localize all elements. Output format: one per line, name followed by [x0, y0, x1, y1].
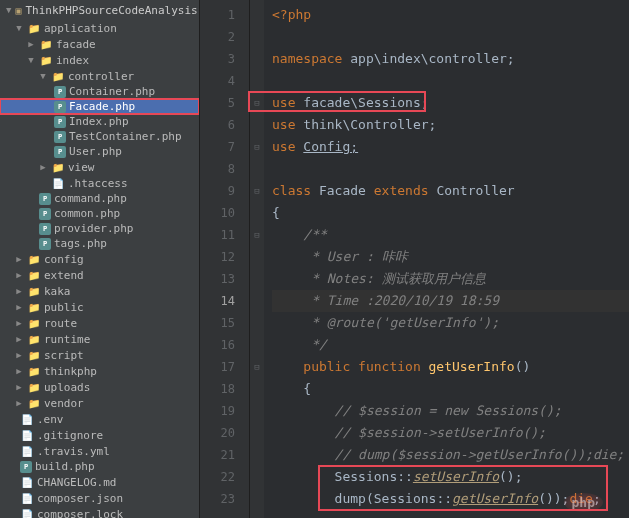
folder-uploads[interactable]: ▶📁uploads — [0, 379, 199, 395]
code-line: // dump($session->getUserInfo());die; — [272, 444, 629, 466]
code-line: // $session = new Sessions(); — [272, 400, 629, 422]
project-icon: ▣ — [15, 3, 21, 17]
code-line: * User : 咔咔 — [272, 246, 629, 268]
file-changelog[interactable]: 📄CHANGELOG.md — [0, 474, 199, 490]
folder-extend[interactable]: ▶📁extend — [0, 267, 199, 283]
code-line: use think\Controller; — [272, 114, 629, 136]
code-area[interactable]: <?php namespace app\index\controller; us… — [264, 0, 629, 518]
code-line: dump(Sessions::getUserInfo());die; — [272, 488, 629, 510]
code-line: namespace app\index\controller; — [272, 48, 629, 70]
file-facade-php[interactable]: PFacade.php — [0, 99, 199, 114]
file-common-php[interactable]: Pcommon.php — [0, 206, 199, 221]
code-line: * Time :2020/10/19 18:59 — [272, 290, 629, 312]
code-line — [272, 70, 629, 92]
code-line: // $session->setUserInfo(); — [272, 422, 629, 444]
code-editor[interactable]: 1234567891011121314151617181920212223 ⊟⊟… — [200, 0, 629, 518]
file-build-php[interactable]: Pbuild.php — [0, 459, 199, 474]
project-name: ThinkPHPSourceCodeAnalysis — [25, 4, 197, 17]
code-line: */ — [272, 334, 629, 356]
file-index-php[interactable]: PIndex.php — [0, 114, 199, 129]
folder-controller[interactable]: ▼📁controller — [0, 68, 199, 84]
file-tags-php[interactable]: Ptags.php — [0, 236, 199, 251]
file-container-php[interactable]: PContainer.php — [0, 84, 199, 99]
folder-script[interactable]: ▶📁script — [0, 347, 199, 363]
code-line — [272, 158, 629, 180]
code-line — [272, 26, 629, 48]
file-gitignore[interactable]: 📄.gitignore — [0, 427, 199, 443]
code-line: class Facade extends Controller — [272, 180, 629, 202]
folder-application[interactable]: ▼📁application — [0, 20, 199, 36]
file-testcontainer-php[interactable]: PTestContainer.php — [0, 129, 199, 144]
file-provider-php[interactable]: Pprovider.php — [0, 221, 199, 236]
folder-index[interactable]: ▼📁index — [0, 52, 199, 68]
code-line: use Config; — [272, 136, 629, 158]
folder-route[interactable]: ▶📁route — [0, 315, 199, 331]
folder-view[interactable]: ▶📁view — [0, 159, 199, 175]
folder-config[interactable]: ▶📁config — [0, 251, 199, 267]
code-line: * @route('getUserInfo'); — [272, 312, 629, 334]
project-sidebar[interactable]: ▼ ▣ ThinkPHPSourceCodeAnalysis D:\phpstu… — [0, 0, 200, 518]
folder-vendor[interactable]: ▶📁vendor — [0, 395, 199, 411]
file-composer-lock[interactable]: 📄composer.lock — [0, 506, 199, 518]
code-line: { — [272, 378, 629, 400]
file-htaccess[interactable]: 📄.htaccess — [0, 175, 199, 191]
folder-runtime[interactable]: ▶📁runtime — [0, 331, 199, 347]
code-line: Sessions::setUserInfo(); — [272, 466, 629, 488]
code-line: public function getUserInfo() — [272, 356, 629, 378]
folder-public[interactable]: ▶📁public — [0, 299, 199, 315]
fold-column[interactable]: ⊟⊟⊟⊟⊟ — [250, 0, 264, 518]
code-line: use facade\Sessions; — [272, 92, 629, 114]
file-travis[interactable]: 📄.travis.yml — [0, 443, 199, 459]
folder-thinkphp[interactable]: ▶📁thinkphp — [0, 363, 199, 379]
project-root[interactable]: ▼ ▣ ThinkPHPSourceCodeAnalysis D:\phpstu… — [0, 0, 199, 20]
file-composer-json[interactable]: 📄composer.json — [0, 490, 199, 506]
code-line: { — [272, 202, 629, 224]
file-env[interactable]: 📄.env — [0, 411, 199, 427]
folder-kaka[interactable]: ▶📁kaka — [0, 283, 199, 299]
line-gutter: 1234567891011121314151617181920212223 — [200, 0, 250, 518]
code-line: * Notes: 测试获取用户信息 — [272, 268, 629, 290]
file-user-php[interactable]: PUser.php — [0, 144, 199, 159]
code-line: /** — [272, 224, 629, 246]
file-command-php[interactable]: Pcommand.php — [0, 191, 199, 206]
folder-facade[interactable]: ▶📁facade — [0, 36, 199, 52]
code-line: <?php — [272, 4, 629, 26]
chevron-down-icon: ▼ — [6, 5, 11, 15]
